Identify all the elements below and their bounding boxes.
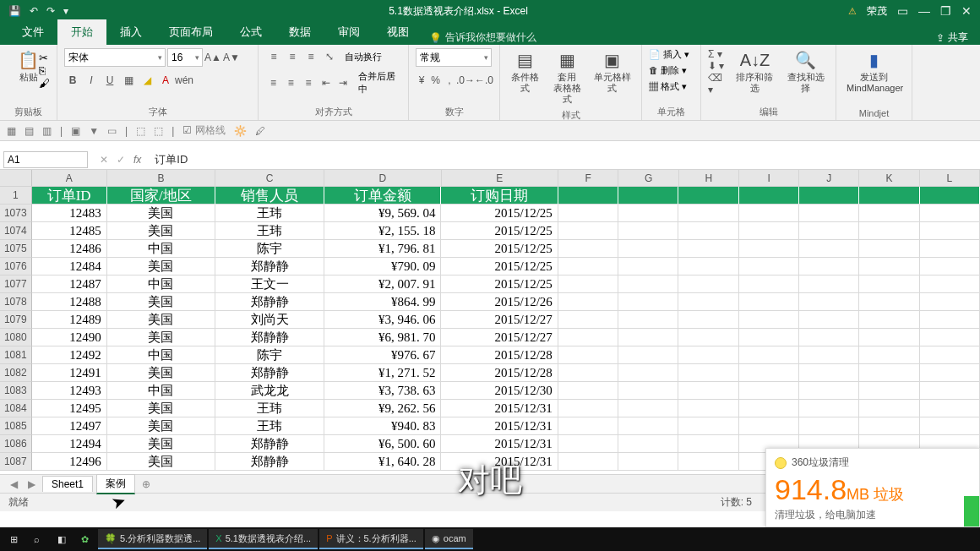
tell-me[interactable]: 💡告诉我你想要做什么 [422,30,536,45]
comma-icon[interactable]: , [444,72,455,89]
inc-decimal-icon[interactable]: .0→ [457,72,474,89]
cell[interactable]: 12484 [32,258,107,276]
align-bottom-icon[interactable]: ≡ [302,48,319,65]
cell[interactable]: ¥3, 738. 63 [324,382,442,400]
row-header[interactable]: 1087 [0,453,32,471]
cell[interactable]: 中国 [107,382,216,400]
align-right-icon[interactable]: ≡ [301,74,317,91]
cell[interactable]: 美国 [107,293,216,311]
minimize-icon[interactable]: — [918,4,930,18]
qt-icon[interactable]: ▤ [24,125,34,137]
font-color-icon[interactable]: A [157,72,174,89]
insert-cells-button[interactable]: 📄 插入 ▾ [649,48,694,61]
cell[interactable]: 美国 [107,222,216,240]
row-header[interactable]: 1079 [0,311,32,329]
cell[interactable]: ¥3, 946. 06 [324,311,442,329]
align-top-icon[interactable]: ≡ [265,48,282,65]
header-cell[interactable]: 订购日期 [441,187,558,205]
cell[interactable]: 中国 [107,240,216,258]
qt-icon[interactable]: ⬚ [154,125,163,137]
tab-layout[interactable]: 页面布局 [155,19,226,45]
cell[interactable]: 12493 [32,382,107,400]
qt-icon[interactable]: ▦ [7,125,16,137]
cell[interactable]: 美国 [107,364,216,382]
header-cell[interactable]: 销售人员 [215,187,324,205]
cell[interactable]: 郑静静 [215,453,324,471]
cell[interactable]: 12495 [32,400,107,417]
cell[interactable]: 12485 [32,222,107,240]
qt-icon[interactable]: 🖊 [255,125,265,137]
dec-decimal-icon[interactable]: ←.0 [476,72,493,89]
clear-icon[interactable]: ⌫ ▾ [708,72,727,95]
send-to-mindmanager-button[interactable]: ▮发送到 MindManager [843,48,905,95]
taskbar-app[interactable]: P 讲义：5.分析利器... [319,529,423,549]
row-header[interactable]: 1077 [0,276,32,293]
cell[interactable]: ¥2, 007. 91 [324,276,442,293]
orientation-icon[interactable]: ⤡ [321,48,338,65]
close-icon[interactable]: ✕ [961,4,972,18]
col-header[interactable]: F [558,170,618,186]
name-box[interactable]: A1 [3,151,88,168]
cell[interactable]: 王玮 [215,400,324,417]
percent-icon[interactable]: % [429,72,441,89]
row-header[interactable]: 1084 [0,400,32,417]
cell[interactable]: 中国 [107,346,216,364]
row-header[interactable]: 1085 [0,417,32,435]
share-button[interactable]: ⇪共享 [936,30,980,45]
qt-icon[interactable]: ⬚ [136,125,145,137]
cell[interactable]: ¥9, 569. 04 [324,205,442,222]
tab-home[interactable]: 开始 [57,19,106,45]
cancel-icon[interactable]: ✕ [100,154,108,166]
taskbar-app[interactable]: ◉ ocam [425,529,473,549]
cell[interactable]: ¥864. 99 [324,293,442,311]
taskbar-app[interactable]: X 5.1数据透视表介绍... [209,529,318,549]
col-header[interactable]: B [107,170,216,186]
cell[interactable]: 2015/12/26 [441,293,558,311]
cell[interactable]: 2015/12/30 [441,382,558,400]
underline-button[interactable]: U [101,72,118,89]
col-header[interactable]: C [215,170,324,186]
sheet-tab[interactable]: Sheet1 [42,476,93,492]
tab-view[interactable]: 视图 [373,19,422,45]
row-header[interactable]: 1075 [0,240,32,258]
cell[interactable]: 美国 [107,258,216,276]
enter-icon[interactable]: ✓ [117,154,125,166]
fill-icon[interactable]: ⬇ ▾ [708,60,727,72]
cell[interactable]: ¥6, 500. 60 [324,435,442,453]
cell[interactable]: 12490 [32,329,107,346]
cell[interactable]: ¥1, 796. 81 [324,240,442,258]
row-header[interactable]: 1074 [0,222,32,240]
cell[interactable]: 郑静静 [215,435,324,453]
filter-icon[interactable]: ▼ [89,125,99,137]
col-header[interactable]: L [920,170,980,186]
tab-formula[interactable]: 公式 [226,19,275,45]
qat-dropdown-icon[interactable]: ▾ [63,5,68,17]
cell[interactable]: 武龙龙 [215,382,324,400]
cell[interactable]: 2015/12/25 [441,240,558,258]
row-header[interactable]: 1082 [0,364,32,382]
col-header[interactable]: G [618,170,678,186]
cell[interactable]: ¥2, 155. 18 [324,222,442,240]
cell[interactable]: 陈宇 [215,346,324,364]
col-header[interactable]: E [442,170,559,186]
search-icon[interactable]: ⌕ [27,529,49,549]
cell[interactable]: 2015/12/28 [441,364,558,382]
cell[interactable]: 王玮 [215,205,324,222]
format-cells-button[interactable]: ▦ 格式 ▾ [649,80,694,93]
bold-button[interactable]: B [64,72,81,89]
cell[interactable]: 12488 [32,293,107,311]
cell[interactable]: 王玮 [215,417,324,435]
cell-styles-button[interactable]: ▣单元格样式 [591,48,634,95]
cell[interactable]: 12496 [32,453,107,471]
tab-data[interactable]: 数据 [275,19,324,45]
cell[interactable]: 郑静静 [215,293,324,311]
cell[interactable]: 12494 [32,435,107,453]
shrink-font-icon[interactable]: A▼ [223,49,240,66]
cell[interactable]: ¥9, 262. 56 [324,400,442,417]
cell[interactable]: 陈宇 [215,240,324,258]
cell[interactable]: 郑静静 [215,329,324,346]
save-icon[interactable]: 💾 [8,5,21,17]
row-header[interactable]: 1078 [0,293,32,311]
undo-icon[interactable]: ↶ [30,5,38,17]
borders-icon[interactable]: ▦ [120,72,137,89]
